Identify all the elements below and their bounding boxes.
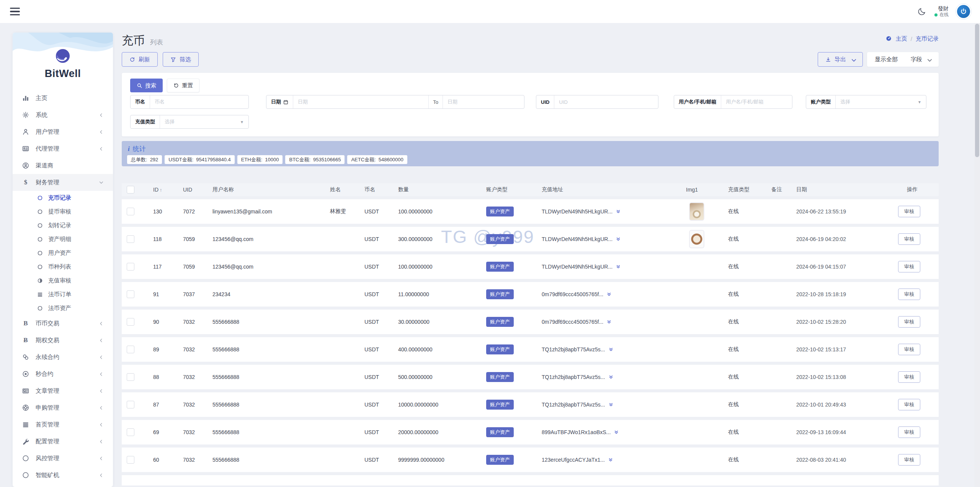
sidebar-item-3[interactable]: 代理管理 <box>13 140 113 157</box>
sidebar-subitem-5[interactable]: 币种列表 <box>13 260 113 274</box>
cell-account-type: 账户资产 <box>486 344 542 354</box>
account-type-badge: 账户资产 <box>486 344 514 354</box>
audit-button[interactable]: 审核 <box>898 289 920 300</box>
scrollbar-thumb[interactable] <box>975 24 979 157</box>
audit-button[interactable]: 审核 <box>898 454 920 466</box>
sidebar-subitem-6[interactable]: 充值审核 <box>13 274 113 287</box>
reset-button[interactable]: 重置 <box>167 79 199 92</box>
sidebar-item-8[interactable]: 永续合约 <box>13 349 113 366</box>
person-circle-icon <box>22 162 29 169</box>
hamburger-menu-icon[interactable] <box>10 8 20 15</box>
sidebar-item-11[interactable]: 申购管理 <box>13 399 113 416</box>
sidebar-item-0[interactable]: 主页 <box>13 90 113 107</box>
search-button[interactable]: 搜索 <box>130 79 163 92</box>
receipt-photo-thumbnail[interactable] <box>689 202 704 221</box>
expand-address-icon[interactable] <box>616 209 621 214</box>
audit-button[interactable]: 审核 <box>898 371 920 383</box>
sidebar-item-9[interactable]: 秒合约 <box>13 366 113 382</box>
row-checkbox[interactable] <box>127 373 134 381</box>
sidebar-item-10[interactable]: 文章管理 <box>13 382 113 399</box>
recharge-type-select[interactable]: 选择 <box>160 115 240 128</box>
row-checkbox[interactable] <box>127 346 134 353</box>
sidebar-item-6[interactable]: B币币交易 <box>13 315 113 332</box>
sidebar-subitem-2[interactable]: 划转记录 <box>13 218 113 232</box>
expand-address-icon[interactable] <box>608 347 614 352</box>
row-checkbox[interactable] <box>127 318 134 326</box>
sidebar-item-7[interactable]: Ƀ期权交易 <box>13 332 113 349</box>
row-checkbox[interactable] <box>127 456 134 464</box>
sidebar-item-5[interactable]: $财务管理 <box>13 174 113 191</box>
audit-button[interactable]: 审核 <box>898 233 920 245</box>
dark-mode-moon-icon[interactable] <box>918 7 926 16</box>
date-to-input[interactable]: 日期 <box>443 95 524 108</box>
sidebar-item-2[interactable]: 用户管理 <box>13 123 113 140</box>
sidebar-subitem-0[interactable]: 充币记录 <box>13 191 113 205</box>
refresh-button[interactable]: 刷新 <box>122 52 158 67</box>
sidebar-item-4[interactable]: 渠道商 <box>13 157 113 174</box>
sidebar-item-15[interactable]: 智能矿机 <box>13 467 113 484</box>
user-avatar[interactable] <box>957 5 970 18</box>
user-info[interactable]: 發財 在线 <box>934 5 949 18</box>
fields-visibility-group[interactable]: 显示全部 字段 <box>867 52 939 67</box>
filter-button[interactable]: 筛选 <box>163 52 199 67</box>
vertical-scrollbar[interactable] <box>974 0 980 487</box>
audit-button[interactable]: 审核 <box>898 426 920 438</box>
expand-address-icon[interactable] <box>616 264 621 269</box>
cell-recharge-type: 在线 <box>728 263 771 270</box>
sidebar-item-13[interactable]: 配置管理 <box>13 433 113 450</box>
cell-date: 2022-10-01 20:49:43 <box>796 402 892 408</box>
row-checkbox[interactable] <box>127 235 134 243</box>
breadcrumb-home[interactable]: 主页 <box>896 35 907 43</box>
row-checkbox[interactable] <box>127 208 134 215</box>
select-all-checkbox[interactable] <box>127 186 134 193</box>
sidebar-subitem-7[interactable]: 法币订单 <box>13 287 113 301</box>
expand-address-icon[interactable] <box>606 292 612 297</box>
expand-address-icon[interactable] <box>614 430 619 435</box>
row-checkbox[interactable] <box>127 263 134 271</box>
expand-address-icon[interactable] <box>606 319 612 325</box>
sidebar-subitem-1[interactable]: 提币审核 <box>13 205 113 218</box>
header-id[interactable]: ID↑ <box>153 187 183 193</box>
date-from-input[interactable]: 日期 <box>293 95 428 108</box>
cell-action: 审核 <box>892 426 939 438</box>
sidebar-subitem-8[interactable]: 法币资产 <box>13 301 113 315</box>
account-type-badge: 账户资产 <box>486 234 514 244</box>
fields-label[interactable]: 字段 <box>911 56 922 63</box>
cell-id: 118 <box>153 236 183 242</box>
cell-img1 <box>686 202 728 221</box>
table-row: 1177059123456@qq.comUSDT100.00000000账户资产… <box>122 254 939 279</box>
audit-button[interactable]: 审核 <box>898 261 920 272</box>
sidebar-item-label: 系统 <box>36 111 99 119</box>
expand-address-icon[interactable] <box>608 457 613 462</box>
sidebar-item-14[interactable]: 风控管理 <box>13 450 113 467</box>
row-checkbox[interactable] <box>127 401 134 408</box>
cell-account-type: 账户资产 <box>486 207 542 216</box>
stats-title: 统计 <box>133 144 146 153</box>
cell-username: 123456@qq.com <box>212 264 330 270</box>
expand-address-icon[interactable] <box>608 374 614 380</box>
account-type-select[interactable]: 选择 <box>836 95 918 108</box>
sidebar-subitem-4[interactable]: 用户资产 <box>13 246 113 260</box>
uid-filter-input[interactable]: UID <box>554 95 658 108</box>
show-all-label[interactable]: 显示全部 <box>875 56 898 63</box>
cell-action: 审核 <box>892 206 939 217</box>
sidebar-item-label: 用户管理 <box>36 128 99 136</box>
audit-button[interactable]: 审核 <box>898 206 920 217</box>
sort-ascending-icon[interactable]: ↑ <box>160 187 162 193</box>
cell-amount: 300.00000000 <box>398 236 486 242</box>
sidebar-item-1[interactable]: 系统 <box>13 107 113 123</box>
seal-image-thumbnail[interactable] <box>689 230 704 248</box>
export-button[interactable]: 导出 <box>818 52 863 67</box>
breadcrumb-current[interactable]: 充币记录 <box>916 35 939 43</box>
row-checkbox[interactable] <box>127 428 134 436</box>
sidebar-item-12[interactable]: 首页管理 <box>13 416 113 433</box>
coin-filter-input[interactable]: 币名 <box>150 95 248 108</box>
row-checkbox[interactable] <box>127 290 134 298</box>
audit-button[interactable]: 审核 <box>898 399 920 410</box>
user-filter-input[interactable]: 用户名/手机/邮箱 <box>721 95 792 108</box>
audit-button[interactable]: 审核 <box>898 316 920 328</box>
expand-address-icon[interactable] <box>616 236 621 242</box>
sidebar-subitem-3[interactable]: 资产明细 <box>13 232 113 246</box>
audit-button[interactable]: 审核 <box>898 344 920 355</box>
expand-address-icon[interactable] <box>608 402 614 407</box>
